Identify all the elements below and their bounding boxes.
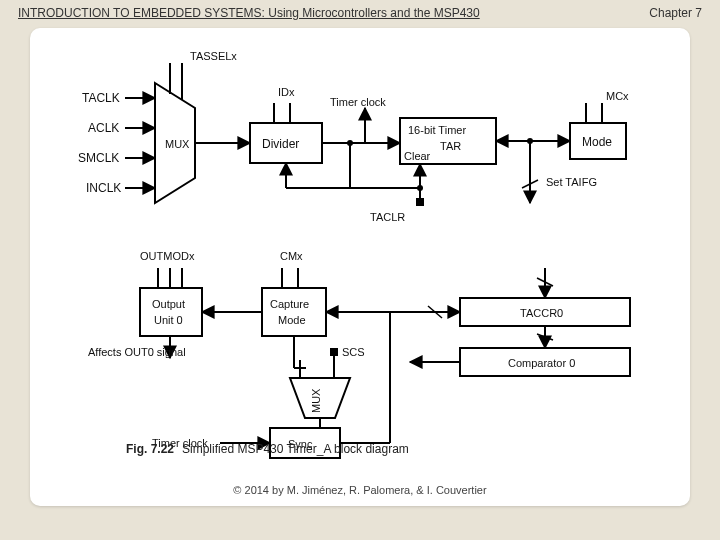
svg-rect-28	[140, 288, 202, 336]
outmod-label: OUTMODx	[140, 250, 195, 262]
mux1-in0: TACLK	[82, 91, 120, 105]
svg-rect-37	[330, 348, 338, 356]
taclr-label: TACLR	[370, 211, 405, 223]
svg-rect-18	[416, 198, 424, 206]
divider-sel: IDx	[278, 86, 295, 98]
mux1-label: MUX	[165, 138, 190, 150]
svg-rect-33	[262, 288, 326, 336]
slide: INTRODUCTION TO EMBEDDED SYSTEMS: Using …	[0, 0, 720, 540]
output-unit-l1: Output	[152, 298, 185, 310]
divider-label: Divider	[262, 137, 299, 151]
cmx-label: CMx	[280, 250, 303, 262]
caption-text: Simplified MSP430 Timer_A block diagram	[182, 442, 409, 456]
taifg-label: Set TAIFG	[546, 176, 597, 188]
capture-l2: Mode	[278, 314, 306, 326]
mux1-sel: TASSELx	[190, 50, 237, 62]
chapter-label: Chapter 7	[649, 6, 702, 20]
caption-label: Fig. 7.22	[126, 442, 174, 456]
comparator0-label: Comparator 0	[508, 357, 575, 369]
capture-l1: Capture	[270, 298, 309, 310]
mode-label: Mode	[582, 135, 612, 149]
slide-title: INTRODUCTION TO EMBEDDED SYSTEMS: Using …	[18, 6, 702, 20]
mux1-in1: ACLK	[88, 121, 119, 135]
block-diagram: MUX TASSELx TACLK ACLK SMCLK INCLK Divid…	[30, 28, 690, 506]
mode-sel: MCx	[606, 90, 629, 102]
figure-caption: Fig. 7.22Simplified MSP430 Timer_A block…	[126, 442, 409, 456]
mux1-in2: SMCLK	[78, 151, 119, 165]
tar-clear: Clear	[404, 150, 431, 162]
timer-clock-label: Timer clock	[330, 96, 386, 108]
slide-footer: © 2014 by M. Jiménez, R. Palomera, & I. …	[30, 484, 690, 496]
tar-line1: 16-bit Timer	[408, 124, 466, 136]
mux1-in3: INCLK	[86, 181, 121, 195]
diagram-canvas: MUX TASSELx TACLK ACLK SMCLK INCLK Divid…	[30, 28, 690, 506]
output-unit-l2: Unit 0	[154, 314, 183, 326]
scs-label: SCS	[342, 346, 365, 358]
mux2-label: MUX	[310, 388, 322, 413]
affects-label: Affects OUT0 signal	[88, 346, 186, 358]
tar-line2: TAR	[440, 140, 461, 152]
taccr0-label: TACCR0	[520, 307, 563, 319]
